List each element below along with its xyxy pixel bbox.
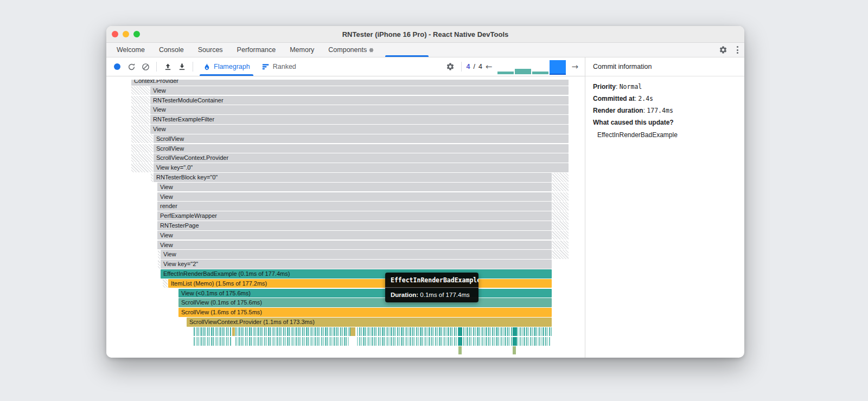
flame-bar-item[interactable] bbox=[393, 337, 394, 346]
flame-bar-item[interactable] bbox=[203, 337, 205, 346]
flame-bar-item[interactable] bbox=[516, 337, 518, 346]
flame-bar-item[interactable] bbox=[437, 337, 438, 346]
flame-bar-item[interactable] bbox=[386, 327, 387, 337]
flame-bar-item[interactable] bbox=[238, 337, 239, 346]
flame-bar-item[interactable] bbox=[292, 327, 293, 337]
flame-bar-item[interactable] bbox=[222, 327, 224, 337]
flame-bar-item[interactable] bbox=[488, 327, 489, 337]
flame-bar-item[interactable] bbox=[300, 337, 301, 346]
flame-bar-item[interactable] bbox=[281, 327, 282, 337]
flame-bar-item[interactable] bbox=[285, 327, 286, 337]
flame-bar-item[interactable] bbox=[319, 327, 320, 337]
flame-bar[interactable]: View bbox=[157, 231, 552, 240]
flame-bar[interactable]: View (<0.1ms of 175.6ms) bbox=[178, 289, 552, 298]
flame-bar-item[interactable] bbox=[317, 337, 318, 346]
flame-bar-item[interactable] bbox=[201, 327, 202, 337]
flame-bar-item[interactable] bbox=[511, 327, 512, 337]
flame-bar-item[interactable] bbox=[285, 337, 286, 346]
flame-bar-item[interactable] bbox=[378, 337, 379, 346]
flame-bar[interactable]: ScrollViewContext.Provider bbox=[154, 153, 569, 163]
flame-bar-item[interactable] bbox=[296, 337, 297, 346]
flame-bar-item[interactable] bbox=[213, 327, 214, 337]
flame-bar-item[interactable] bbox=[230, 327, 231, 337]
flame-bar-item[interactable] bbox=[482, 327, 483, 337]
flame-bar-item[interactable] bbox=[450, 327, 451, 337]
flame-bar-item[interactable] bbox=[371, 327, 372, 337]
devtools-tab-components[interactable]: Components bbox=[321, 43, 381, 57]
flame-bar-item[interactable] bbox=[277, 327, 278, 337]
flame-bar-item[interactable] bbox=[429, 337, 430, 346]
flame-bar-item[interactable] bbox=[427, 327, 429, 337]
flame-bar-item[interactable] bbox=[454, 327, 455, 337]
devtools-tab-memory[interactable]: Memory bbox=[283, 43, 321, 57]
flame-bar-item[interactable] bbox=[471, 337, 472, 346]
flame-bar-item-wide[interactable] bbox=[458, 337, 462, 346]
flame-bar[interactable]: View key="2" bbox=[161, 260, 552, 269]
flame-bar-item[interactable] bbox=[545, 327, 546, 337]
flame-bar-item[interactable] bbox=[319, 337, 320, 346]
flame-bar-item[interactable] bbox=[296, 327, 297, 337]
flame-bar-item[interactable] bbox=[268, 327, 269, 337]
zoom-window-button[interactable] bbox=[133, 31, 140, 37]
flame-bar[interactable]: View bbox=[157, 241, 552, 250]
flame-bar-item[interactable] bbox=[397, 327, 398, 337]
flame-bar-item[interactable] bbox=[520, 327, 521, 337]
flame-bar-item[interactable] bbox=[516, 327, 518, 337]
flame-bar-item[interactable] bbox=[338, 327, 339, 337]
flame-bar-item[interactable] bbox=[503, 337, 505, 346]
close-window-button[interactable] bbox=[112, 31, 118, 37]
flame-bar-item[interactable] bbox=[431, 327, 432, 337]
flame-bar-item[interactable] bbox=[371, 337, 372, 346]
flame-bar-item[interactable] bbox=[425, 337, 426, 346]
devtools-tab-welcome[interactable]: Welcome bbox=[110, 43, 152, 57]
flame-bar-item[interactable] bbox=[416, 327, 417, 337]
flame-bar-item[interactable] bbox=[425, 327, 426, 337]
flame-bar-item[interactable] bbox=[401, 337, 402, 346]
flame-bar-item[interactable] bbox=[484, 327, 486, 337]
flame-bar-item[interactable] bbox=[211, 327, 212, 337]
flame-bar-item[interactable] bbox=[304, 337, 305, 346]
flame-bar-item[interactable] bbox=[374, 337, 375, 346]
flame-bar-item[interactable] bbox=[224, 337, 225, 346]
flame-bar-item[interactable] bbox=[336, 337, 337, 346]
flame-bar-item[interactable] bbox=[268, 337, 269, 346]
flame-bar-item[interactable] bbox=[357, 327, 358, 337]
flame-bar-item[interactable] bbox=[539, 337, 540, 346]
flame-bar-item[interactable] bbox=[308, 327, 309, 337]
flame-bar-item[interactable] bbox=[253, 327, 254, 337]
flame-bar-item[interactable] bbox=[200, 327, 201, 337]
flame-bar-item[interactable] bbox=[452, 327, 453, 337]
flame-bar-item[interactable] bbox=[314, 337, 315, 346]
flame-bar-item[interactable] bbox=[410, 327, 411, 337]
flame-bar-item[interactable] bbox=[541, 337, 542, 346]
flame-bar-item[interactable] bbox=[230, 337, 231, 346]
flame-bar-item[interactable] bbox=[382, 327, 383, 337]
flame-bar-item[interactable] bbox=[496, 337, 497, 346]
flame-bar-item[interactable] bbox=[374, 327, 375, 337]
flame-bar-item[interactable] bbox=[205, 337, 206, 346]
flame-bar-item[interactable] bbox=[310, 327, 311, 337]
flame-bar-item[interactable] bbox=[272, 327, 273, 337]
flame-bar-item[interactable] bbox=[257, 337, 258, 346]
flame-bar-item[interactable] bbox=[311, 337, 312, 346]
flame-bar-item[interactable] bbox=[333, 337, 334, 346]
flame-bar-item[interactable] bbox=[367, 337, 368, 346]
flame-bar-item[interactable] bbox=[281, 337, 282, 346]
load-profile-icon[interactable] bbox=[161, 60, 174, 73]
flame-bar-item[interactable] bbox=[323, 327, 324, 337]
flame-bar-item[interactable] bbox=[547, 337, 548, 346]
flame-bar-item[interactable] bbox=[205, 327, 206, 337]
flame-bar-item-wide[interactable] bbox=[350, 327, 355, 337]
flame-bar-item[interactable] bbox=[238, 327, 239, 337]
flame-bar[interactable]: ScrollView (0.1ms of 175.6ms) bbox=[178, 298, 552, 307]
flame-bar-item[interactable] bbox=[416, 337, 417, 346]
flame-bar-item[interactable] bbox=[390, 337, 391, 346]
flame-bar-item[interactable] bbox=[541, 327, 542, 337]
flame-bar[interactable]: View bbox=[157, 183, 552, 192]
flame-bar-item[interactable] bbox=[247, 337, 248, 346]
flame-bar-item[interactable] bbox=[390, 327, 391, 337]
flame-bar-item[interactable] bbox=[446, 327, 448, 337]
flame-bar-item[interactable] bbox=[270, 337, 271, 346]
flame-bar-item[interactable] bbox=[311, 327, 312, 337]
flame-bar[interactable]: View bbox=[157, 192, 552, 202]
